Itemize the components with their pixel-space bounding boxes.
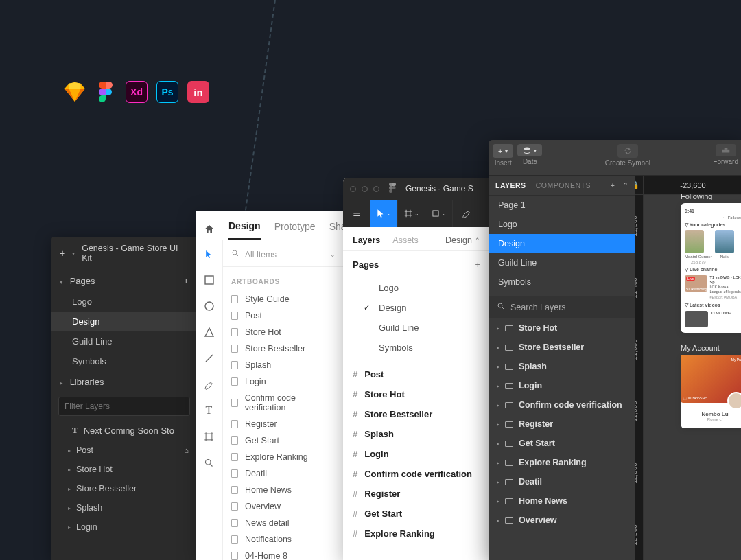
frame-item[interactable]: #Explore Ranking [343, 524, 490, 544]
tab-prototype[interactable]: Prototype [274, 221, 316, 239]
polygon-tool-icon[interactable] [203, 326, 215, 338]
add-icon[interactable]: + [611, 181, 615, 189]
layer-item[interactable]: ▸ Login [51, 517, 197, 537]
move-tool-icon[interactable]: ⌄ [370, 200, 398, 227]
artboard-tool-icon[interactable] [203, 430, 215, 443]
menu-icon[interactable] [343, 200, 370, 227]
create-symbol-button[interactable] [618, 144, 638, 158]
filter-layers-input[interactable] [58, 397, 190, 416]
pen-tool-icon[interactable] [203, 378, 215, 390]
artboard-item[interactable]: 04-Home 8 [223, 548, 344, 560]
layer-item[interactable]: ▸Store Bestseller [489, 338, 635, 357]
layer-item[interactable]: ▸Deatil [489, 472, 635, 491]
tab-components[interactable]: COMPONENTS [536, 181, 591, 189]
select-tool-icon[interactable] [203, 248, 215, 260]
artboard-item[interactable]: Deatil [223, 465, 344, 482]
window-dot-icon[interactable] [350, 186, 356, 192]
following-artboard[interactable]: 9:41 ← Following ▽ Your categories Meata… [681, 203, 741, 333]
chevron-down-icon[interactable]: ⌄ [330, 251, 336, 258]
artboard-item[interactable]: Register [223, 416, 344, 432]
tab-design[interactable]: Design [228, 220, 261, 240]
artboard-item[interactable]: Login [223, 373, 344, 390]
line-tool-icon[interactable] [203, 352, 215, 364]
collapse-icon[interactable]: ⌃ [622, 181, 629, 189]
rectangle-tool-icon[interactable] [203, 274, 215, 286]
page-item[interactable]: Guild Line [343, 318, 490, 338]
artboard-item[interactable]: Post [223, 307, 344, 324]
artboard-item[interactable]: Style Guide [223, 291, 344, 307]
page-item[interactable]: Logo [489, 215, 635, 234]
dropdown-caret-icon[interactable]: ▾ [72, 250, 75, 257]
frame-item[interactable]: #Login [343, 444, 490, 464]
add-icon[interactable]: + [60, 248, 65, 259]
artboard-item[interactable]: News detail [223, 515, 344, 531]
tab-share[interactable]: Share [329, 221, 344, 239]
artboard-item[interactable]: Explore Ranking [223, 449, 344, 465]
page-item[interactable]: Guild Line [489, 253, 635, 272]
frame-item[interactable]: #Get Start [343, 504, 490, 524]
artboard-item[interactable]: Notifications [223, 531, 344, 548]
frame-item[interactable]: #Splash [343, 424, 490, 444]
frame-item[interactable]: #Confirm code verification [343, 464, 490, 484]
frame-item[interactable]: #Store Bestseller [343, 404, 490, 424]
page-item[interactable]: Logo [51, 292, 197, 312]
layer-item[interactable]: ▸Home News [489, 491, 635, 511]
page-item[interactable]: Symbols [489, 272, 635, 292]
layer-item[interactable]: ▸Confirm code verification [489, 395, 635, 415]
artboard-item[interactable]: Home News [223, 482, 344, 498]
text-tool-icon[interactable]: T [203, 404, 215, 417]
ellipse-tool-icon[interactable] [203, 300, 215, 312]
sketch-icon [64, 81, 86, 103]
layer-item[interactable]: ▸Get Start [489, 434, 635, 453]
frame-item[interactable]: #Post [343, 364, 490, 384]
insert-button[interactable]: + ▾ [493, 144, 513, 158]
page-item[interactable]: Logo [343, 278, 490, 298]
pen-tool-icon[interactable] [453, 200, 480, 227]
layer-item[interactable]: ▸ Post⌂ [51, 441, 197, 460]
layer-item[interactable]: ▸Splash [489, 357, 635, 376]
data-button[interactable]: ▾ [517, 144, 542, 156]
page-item[interactable]: Page 1 [489, 196, 635, 215]
artboard-item[interactable]: Splash [223, 357, 344, 373]
page-item[interactable]: ✓Design [343, 298, 490, 318]
tab-layers[interactable]: LAYERS [495, 181, 526, 189]
search-layers-input[interactable]: Search Layers [510, 303, 566, 312]
pages-section[interactable]: ▾ Pages + [51, 270, 197, 292]
page-item[interactable]: Symbols [343, 338, 490, 358]
window-dot-icon[interactable] [373, 186, 379, 192]
add-page-icon[interactable]: + [475, 259, 480, 270]
search-row[interactable]: All Items ⌄ [223, 246, 344, 267]
window-dot-icon[interactable] [362, 186, 368, 192]
zoom-tool-icon[interactable] [203, 456, 215, 469]
forward-button[interactable] [716, 144, 736, 156]
artboard-item[interactable]: Confirm code verification [223, 390, 344, 416]
add-page-icon[interactable]: + [183, 276, 189, 286]
home-icon[interactable] [204, 224, 215, 237]
subtab-design[interactable]: Design ⌃ [445, 235, 480, 245]
page-item[interactable]: Design [51, 312, 197, 331]
artboard-item[interactable]: Store Bestseller [223, 340, 344, 357]
frame-item[interactable]: #Register [343, 484, 490, 504]
account-artboard[interactable]: My Profile ⬚ ID 34365345 Nembo Lu Rome c… [681, 355, 741, 428]
page-item[interactable]: Design [489, 234, 635, 253]
layer-item[interactable]: ▸ Store Bestseller [51, 479, 197, 498]
artboard-item[interactable]: T Next Coming Soon Sto [51, 420, 197, 441]
artboard-item[interactable]: Get Start [223, 432, 344, 449]
page-item[interactable]: Symbols [51, 351, 197, 371]
libraries-section[interactable]: ▸ Libraries [51, 371, 197, 393]
layer-item[interactable]: ▸Store Hot [489, 318, 635, 338]
artboard-item[interactable]: Store Hot [223, 324, 344, 340]
subtab-layers[interactable]: Layers [353, 235, 380, 245]
layer-item[interactable]: ▸Explore Ranking [489, 453, 635, 472]
layer-item[interactable]: ▸ Store Hot [51, 460, 197, 479]
layer-item[interactable]: ▸ Splash [51, 498, 197, 517]
artboard-item[interactable]: Overview [223, 498, 344, 515]
layer-item[interactable]: ▸Login [489, 376, 635, 395]
subtab-assets[interactable]: Assets [392, 235, 419, 245]
frame-item[interactable]: #Store Hot [343, 384, 490, 404]
page-item[interactable]: Guild Line [51, 331, 197, 351]
layer-item[interactable]: ▸Overview [489, 511, 635, 530]
frame-tool-icon[interactable]: ⌄ [398, 200, 425, 227]
shape-tool-icon[interactable]: ⌄ [425, 200, 453, 227]
layer-item[interactable]: ▸Register [489, 415, 635, 434]
